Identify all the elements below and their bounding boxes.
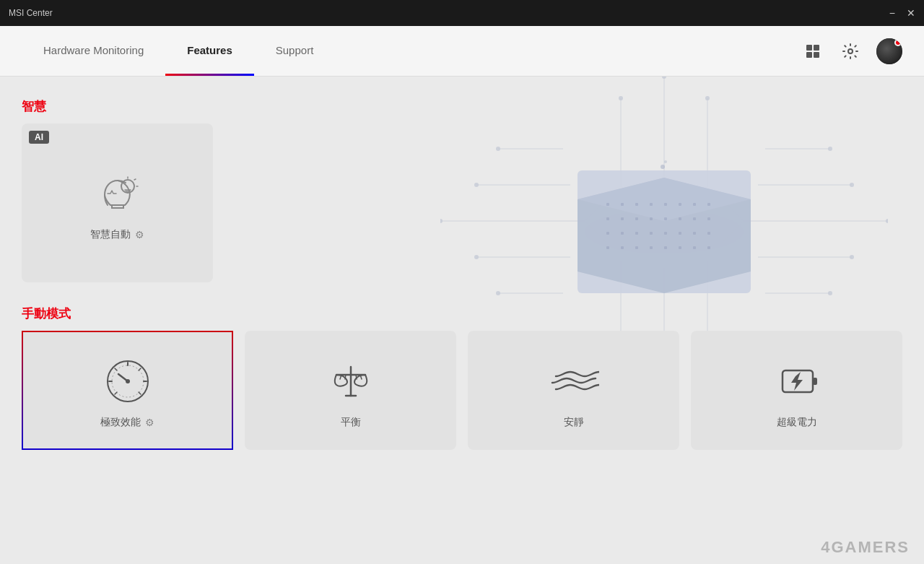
- svg-line-84: [115, 368, 117, 370]
- svg-line-89: [139, 392, 141, 394]
- manual-section-label: 手動模式: [22, 305, 902, 322]
- svg-point-4: [848, 49, 853, 53]
- avatar[interactable]: [876, 38, 902, 64]
- ai-card[interactable]: AI: [22, 123, 213, 282]
- svg-rect-2: [806, 52, 812, 58]
- extreme-settings-icon[interactable]: ⚙: [145, 417, 154, 428]
- svg-line-79: [134, 179, 136, 180]
- ai-card-icon: [89, 165, 147, 222]
- notification-dot: [894, 39, 902, 46]
- svg-line-95: [345, 375, 346, 379]
- close-button[interactable]: ✕: [907, 8, 915, 18]
- superpower-card[interactable]: 超級電力: [691, 331, 902, 450]
- smart-card-grid: AI: [22, 123, 902, 282]
- gear-icon: [842, 43, 859, 60]
- svg-line-87: [139, 368, 141, 370]
- navbar: Hardware Monitoring Features Support: [0, 26, 924, 77]
- superpower-icon: [768, 352, 826, 410]
- silent-card[interactable]: 安靜: [468, 331, 679, 450]
- svg-rect-0: [806, 45, 812, 51]
- silent-icon: [545, 352, 603, 410]
- smart-section-label: 智慧: [22, 98, 902, 115]
- minimize-button[interactable]: −: [889, 8, 895, 18]
- svg-point-35: [662, 77, 666, 79]
- svg-rect-1: [814, 45, 819, 51]
- svg-line-86: [115, 392, 117, 394]
- manual-card-grid: 極致效能 ⚙: [22, 331, 902, 450]
- extreme-performance-card[interactable]: 極致效能 ⚙: [22, 331, 233, 450]
- svg-point-34: [828, 291, 832, 295]
- grid-icon: [805, 43, 821, 59]
- app-window: Hardware Monitoring Features Support: [0, 26, 924, 564]
- extreme-label: 極致效能 ⚙: [100, 416, 154, 429]
- titlebar: MSI Center − ✕: [0, 0, 924, 26]
- balance-icon: [322, 352, 380, 410]
- tab-hardware-monitoring[interactable]: Hardware Monitoring: [22, 26, 165, 76]
- silent-label: 安靜: [564, 416, 584, 429]
- window-controls: − ✕: [889, 8, 915, 18]
- svg-rect-3: [814, 52, 819, 58]
- tab-support[interactable]: Support: [254, 26, 336, 76]
- navbar-right: [801, 38, 902, 64]
- superpower-label: 超級電力: [777, 416, 817, 429]
- svg-line-96: [356, 375, 357, 379]
- content-area: 智慧 AI: [0, 77, 924, 564]
- tab-features[interactable]: Features: [165, 26, 254, 76]
- ai-card-settings-icon[interactable]: ⚙: [135, 229, 144, 240]
- extreme-icon: [99, 352, 157, 410]
- nav-tabs: Hardware Monitoring Features Support: [22, 26, 335, 76]
- ai-badge: AI: [29, 131, 49, 144]
- watermark: 4GAMERS: [821, 538, 910, 557]
- svg-rect-99: [813, 378, 817, 385]
- svg-point-33: [496, 291, 500, 295]
- balance-card[interactable]: 平衡: [245, 331, 456, 450]
- manual-section: 手動模式: [22, 305, 902, 450]
- grid-icon-button[interactable]: [801, 40, 824, 63]
- balance-label: 平衡: [341, 416, 361, 429]
- smart-section: 智慧 AI: [22, 98, 902, 282]
- ai-card-label: 智慧自動 ⚙: [90, 228, 144, 241]
- settings-icon-button[interactable]: [839, 40, 862, 63]
- svg-point-90: [126, 379, 130, 383]
- app-title: MSI Center: [9, 8, 53, 18]
